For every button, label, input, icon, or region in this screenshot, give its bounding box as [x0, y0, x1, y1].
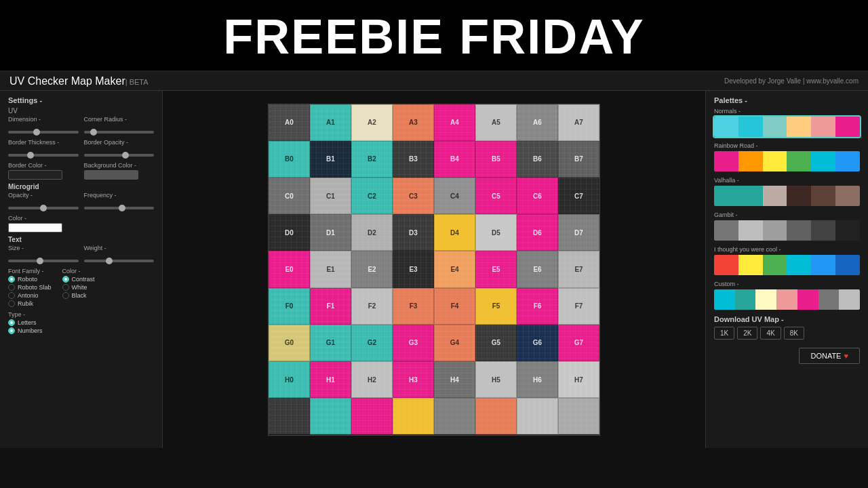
border-thickness-slider[interactable]	[8, 154, 79, 157]
download-1k-button[interactable]: 1K	[714, 327, 734, 340]
grid-cell[interactable]: G3	[393, 325, 434, 361]
color-contrast-option[interactable]: Contrast	[62, 276, 95, 283]
font-roboto-slab-option[interactable]: Roboto Slab	[8, 284, 52, 291]
corner-radius-slider[interactable]	[84, 131, 155, 134]
grid-cell[interactable]: C6	[517, 178, 558, 214]
grid-cell[interactable]: F4	[434, 288, 475, 325]
grid-cell[interactable]: G6	[517, 325, 558, 361]
grid-cell[interactable]: B4	[434, 141, 475, 178]
grid-cell[interactable]: E1	[310, 251, 351, 287]
text-size-slider[interactable]	[8, 260, 79, 262]
donate-button[interactable]: DONATE ♥	[799, 348, 860, 364]
color-white-option[interactable]: White	[62, 284, 95, 291]
grid-cell[interactable]: F6	[517, 288, 558, 325]
grid-cell[interactable]	[517, 398, 558, 434]
bg-color-swatch[interactable]	[84, 170, 138, 180]
grid-cell[interactable]: C5	[475, 178, 517, 214]
grid-cell[interactable]: A1	[310, 104, 351, 141]
color-black-option[interactable]: Black	[62, 292, 95, 299]
font-antonio-option[interactable]: Antonio	[8, 292, 52, 299]
grid-cell[interactable]: C7	[558, 178, 599, 214]
grid-cell[interactable]: D3	[393, 214, 434, 251]
grid-cell[interactable]: A3	[393, 104, 434, 141]
grid-cell[interactable]: F3	[393, 288, 434, 325]
grid-cell[interactable]: H6	[517, 361, 558, 398]
grid-cell[interactable]: C2	[351, 178, 393, 214]
type-numbers-option[interactable]: Numbers	[8, 327, 154, 334]
font-rubik-option[interactable]: Rubik	[8, 300, 52, 307]
grid-cell[interactable]: H4	[434, 361, 475, 398]
grid-cell[interactable]: F7	[558, 288, 599, 325]
grid-cell[interactable]: A0	[269, 104, 310, 141]
grid-cell[interactable]: F1	[310, 288, 351, 325]
grid-cell[interactable]: G5	[475, 325, 517, 361]
grid-cell[interactable]: H2	[351, 361, 393, 398]
grid-cell[interactable]: G7	[558, 325, 599, 361]
font-roboto-option[interactable]: Roboto	[8, 276, 52, 283]
grid-cell[interactable]	[393, 398, 434, 434]
grid-cell[interactable]: D6	[517, 214, 558, 251]
grid-cell[interactable]: D2	[351, 214, 393, 251]
normals-palette[interactable]	[714, 117, 860, 137]
grid-cell[interactable]: D7	[558, 214, 599, 251]
grid-cell[interactable]: D1	[310, 214, 351, 251]
grid-cell[interactable]: B2	[351, 141, 393, 178]
type-numbers-radio[interactable]	[8, 327, 15, 334]
grid-cell[interactable]: G4	[434, 325, 475, 361]
grid-cell[interactable]: E3	[393, 251, 434, 287]
color-contrast-radio[interactable]	[62, 276, 69, 283]
font-roboto-slab-radio[interactable]	[8, 284, 15, 291]
grid-cell[interactable]: B7	[558, 141, 599, 178]
border-opacity-slider[interactable]	[84, 154, 155, 157]
grid-cell[interactable]	[558, 398, 599, 434]
grid-cell[interactable]: D4	[434, 214, 475, 251]
microgrid-color-swatch[interactable]	[8, 223, 62, 232]
font-antonio-radio[interactable]	[8, 292, 15, 299]
grid-cell[interactable]: H0	[269, 361, 310, 398]
grid-cell[interactable]: F5	[475, 288, 517, 325]
grid-cell[interactable]: B0	[269, 141, 310, 178]
grid-cell[interactable]: G0	[269, 325, 310, 361]
opacity-slider[interactable]	[8, 207, 79, 209]
grid-cell[interactable]: H7	[558, 361, 599, 398]
font-rubik-radio[interactable]	[8, 300, 15, 307]
grid-cell[interactable]: B5	[475, 141, 517, 178]
grid-cell[interactable]: H3	[393, 361, 434, 398]
font-roboto-radio[interactable]	[8, 276, 15, 283]
grid-cell[interactable]: H1	[310, 361, 351, 398]
grid-cell[interactable]: A6	[517, 104, 558, 141]
grid-cell[interactable]: D5	[475, 214, 517, 251]
grid-cell[interactable]: C1	[310, 178, 351, 214]
grid-cell[interactable]: B6	[517, 141, 558, 178]
grid-cell[interactable]: G2	[351, 325, 393, 361]
grid-cell[interactable]: E7	[558, 251, 599, 287]
grid-cell[interactable]: D0	[269, 214, 310, 251]
text-weight-slider[interactable]	[84, 260, 155, 262]
grid-cell[interactable]: H5	[475, 361, 517, 398]
grid-cell[interactable]: C3	[393, 178, 434, 214]
type-letters-radio[interactable]	[8, 319, 15, 326]
grid-cell[interactable]: A4	[434, 104, 475, 141]
grid-cell[interactable]	[310, 398, 351, 434]
grid-cell[interactable]: E5	[475, 251, 517, 287]
download-4k-button[interactable]: 4K	[760, 327, 781, 340]
grid-cell[interactable]: B1	[310, 141, 351, 178]
grid-cell[interactable]: G1	[310, 325, 351, 361]
grid-cell[interactable]	[269, 398, 310, 434]
grid-cell[interactable]	[475, 398, 517, 434]
grid-cell[interactable]: E0	[269, 251, 310, 287]
type-letters-option[interactable]: Letters	[8, 319, 154, 326]
grid-cell[interactable]: F2	[351, 288, 393, 325]
grid-cell[interactable]: C4	[434, 178, 475, 214]
border-color-swatch[interactable]	[8, 170, 62, 180]
color-black-radio[interactable]	[62, 292, 69, 299]
grid-cell[interactable]: A5	[475, 104, 517, 141]
color-white-radio[interactable]	[62, 284, 69, 291]
grid-cell[interactable]: C0	[269, 178, 310, 214]
frequency-slider[interactable]	[84, 207, 155, 209]
grid-cell[interactable]: E6	[517, 251, 558, 287]
download-2k-button[interactable]: 2K	[737, 327, 757, 340]
grid-cell[interactable]	[351, 398, 393, 434]
download-8k-button[interactable]: 8K	[784, 327, 804, 340]
rainbow-palette[interactable]	[714, 151, 860, 171]
